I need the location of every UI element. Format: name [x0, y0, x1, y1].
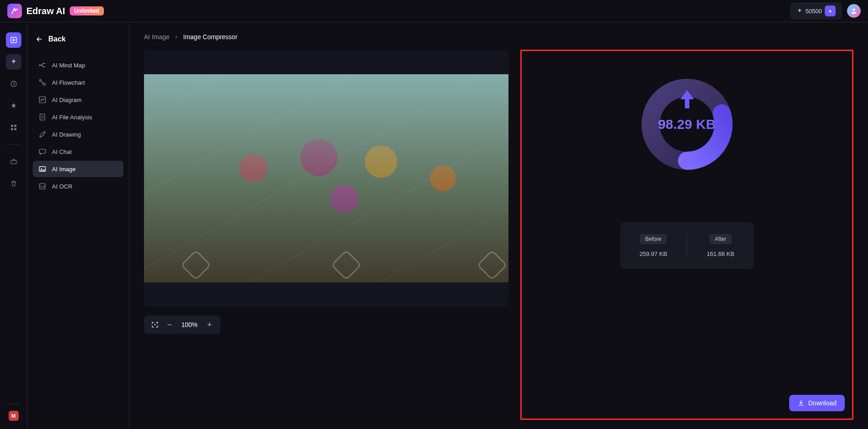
sparkle-icon: [796, 8, 803, 14]
saved-size: 98.29 KB: [639, 77, 735, 172]
zoom-out-button[interactable]: −: [164, 319, 175, 330]
breadcrumb-root[interactable]: AI Image: [144, 33, 169, 41]
credits-value: 50500: [806, 8, 822, 15]
sidebar-item-ai-drawing[interactable]: AI Drawing: [33, 126, 123, 143]
sidebar-item-label: AI File Analysis: [52, 114, 92, 121]
after-label: After: [709, 234, 732, 244]
rail-divider: [7, 144, 20, 145]
back-label: Back: [48, 35, 66, 43]
rail-divider-bottom: [7, 404, 20, 404]
image-panel: − 100% +: [144, 50, 508, 420]
sidebar-item-label: AI Flowchart: [52, 79, 85, 86]
watermark-logo-icon: [477, 250, 508, 281]
svg-point-8: [39, 65, 41, 66]
user-avatar[interactable]: [847, 4, 861, 18]
sidebar-item-ai-ocr[interactable]: OCR AI OCR: [33, 178, 123, 194]
download-button[interactable]: Download: [789, 395, 845, 411]
svg-rect-4: [14, 125, 16, 127]
image-icon: [38, 165, 46, 173]
rail-create-button[interactable]: [6, 32, 21, 48]
plan-badge: Unlimited: [70, 6, 104, 15]
chat-icon: [38, 148, 46, 156]
credits-display[interactable]: 50500 +: [791, 3, 842, 19]
tool-sidebar: Back AI Mind Map AI Flowchart AI Diagram…: [27, 22, 129, 429]
size-comparison: Before 259.97 KB After 161.68 KB: [620, 222, 754, 269]
before-value: 259.97 KB: [639, 250, 667, 257]
svg-point-18: [154, 324, 156, 326]
rail-ai-button[interactable]: [6, 54, 21, 70]
mindmap-icon: [38, 61, 46, 69]
svg-rect-7: [11, 160, 16, 163]
sidebar-item-ai-file-analysis[interactable]: AI File Analysis: [33, 109, 123, 125]
header-left: Edraw AI Unlimited: [7, 4, 104, 18]
breadcrumb-current: Image Compressor: [183, 33, 237, 41]
content-row: − 100% +: [144, 50, 853, 420]
chevron-right-icon: [174, 35, 179, 39]
download-label: Download: [808, 399, 837, 407]
sidebar-item-ai-diagram[interactable]: AI Diagram: [33, 92, 123, 108]
header-right: 50500 +: [791, 3, 861, 19]
after-value: 161.68 KB: [707, 250, 734, 257]
rail-recent-button[interactable]: [6, 76, 21, 92]
zoom-value: 100%: [179, 321, 200, 328]
sidebar-item-label: AI Image: [52, 166, 76, 173]
fit-screen-button[interactable]: [149, 319, 160, 330]
drawing-icon: [38, 130, 46, 138]
sidebar-item-ai-chat[interactable]: AI Chat: [33, 143, 123, 160]
svg-text:OCR: OCR: [39, 185, 46, 188]
preview-image: [144, 74, 508, 282]
file-analysis-icon: [38, 113, 46, 121]
svg-point-0: [853, 9, 855, 11]
svg-rect-6: [14, 128, 16, 130]
download-icon: [797, 399, 805, 407]
svg-rect-13: [39, 149, 46, 153]
after-column: After 161.68 KB: [687, 234, 754, 257]
rail-workspace-badge[interactable]: M: [9, 411, 19, 421]
briefcase-icon: [10, 158, 17, 165]
arrow-left-icon: [36, 36, 43, 43]
watermark-logo-icon: [180, 250, 211, 281]
sidebar-item-label: AI OCR: [52, 183, 72, 190]
sidebar-item-label: AI Mind Map: [52, 62, 85, 69]
zoom-toolbar: − 100% +: [144, 316, 221, 334]
rail-trash-button[interactable]: [6, 176, 21, 191]
add-credits-button[interactable]: +: [825, 5, 836, 16]
app-logo-icon: [7, 4, 22, 18]
rail-favorites-button[interactable]: [6, 98, 21, 113]
svg-point-9: [40, 80, 41, 82]
svg-rect-5: [11, 128, 13, 130]
sidebar-item-ai-mind-map[interactable]: AI Mind Map: [33, 57, 123, 73]
activity-rail: M: [0, 22, 27, 429]
grid-icon: [10, 124, 17, 131]
sidebar-item-label: AI Diagram: [52, 97, 82, 103]
watermark-overlay: [144, 74, 508, 282]
diagram-icon: [38, 96, 46, 104]
app-name: Edraw AI: [26, 6, 65, 16]
rail-templates-button[interactable]: [6, 120, 21, 135]
before-column: Before 259.97 KB: [620, 234, 688, 257]
rail-projects-button[interactable]: [6, 154, 21, 169]
svg-rect-3: [11, 125, 13, 127]
ocr-icon: OCR: [38, 182, 46, 190]
back-button[interactable]: Back: [33, 35, 123, 43]
tool-menu: AI Mind Map AI Flowchart AI Diagram AI F…: [33, 57, 123, 194]
clock-icon: [10, 80, 17, 87]
app-header: Edraw AI Unlimited 50500 +: [0, 0, 868, 22]
main-content: AI Image Image Compressor: [129, 22, 868, 429]
watermark-logo-icon: [331, 250, 362, 281]
flowchart-icon: [38, 78, 46, 87]
result-panel: 98.29 KB Before 259.97 KB After 161.68 K…: [520, 50, 853, 420]
before-label: Before: [640, 234, 667, 244]
trash-icon: [10, 180, 17, 187]
star-icon: [10, 102, 17, 109]
sidebar-item-label: AI Drawing: [52, 131, 81, 138]
user-icon: [850, 7, 858, 15]
sidebar-item-ai-image[interactable]: AI Image: [33, 161, 123, 177]
compression-donut: 98.29 KB: [639, 77, 735, 172]
zoom-in-button[interactable]: +: [204, 319, 215, 330]
sidebar-item-label: AI Chat: [52, 148, 72, 155]
breadcrumb: AI Image Image Compressor: [144, 33, 853, 41]
sidebar-item-ai-flowchart[interactable]: AI Flowchart: [33, 74, 123, 91]
svg-rect-12: [40, 114, 45, 120]
fit-icon: [151, 321, 159, 329]
